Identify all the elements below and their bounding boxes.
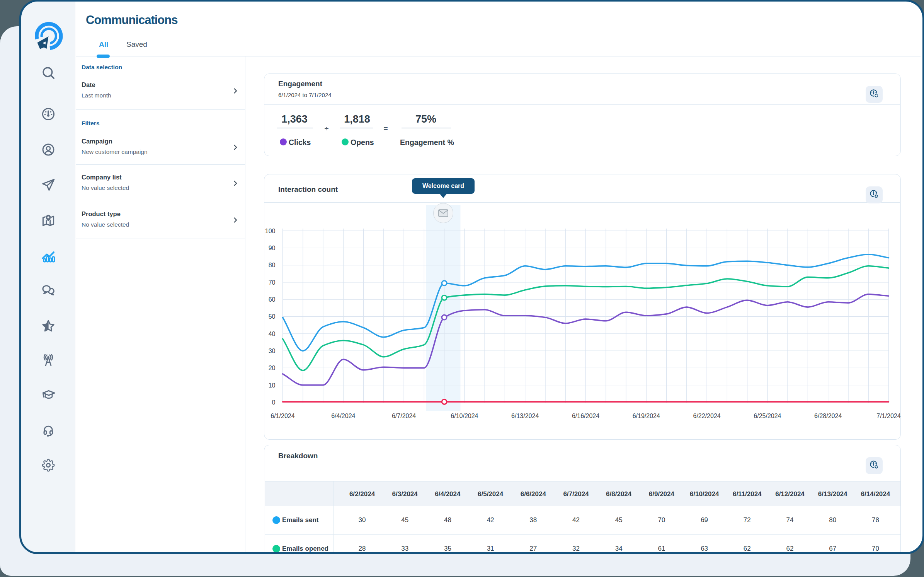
stat-label: Clicks <box>289 138 311 147</box>
table-column-header: 6/7/2024 <box>563 490 589 498</box>
stat-underline <box>402 128 451 128</box>
table-column-header: 6/5/2024 <box>478 490 503 498</box>
stat-operator: = <box>383 125 388 133</box>
y-tick-label: 90 <box>268 245 275 251</box>
y-tick-label: 20 <box>268 365 275 371</box>
filter-item-value: New customer campaign <box>82 149 148 155</box>
x-tick-label: 6/19/2024 <box>632 413 660 419</box>
x-tick-label: 6/1/2024 <box>271 413 294 419</box>
header-divider <box>76 56 921 57</box>
table-column-header: 6/8/2024 <box>606 490 631 498</box>
table-cell: 35 <box>444 545 451 553</box>
stat-value: 1,363 <box>281 113 308 125</box>
x-tick-label: 6/25/2024 <box>754 413 781 419</box>
tab-all[interactable]: All <box>99 40 108 49</box>
chart-marker[interactable] <box>442 295 447 300</box>
chart-marker[interactable] <box>442 281 447 286</box>
stat-underline <box>277 128 313 128</box>
table-cell: 69 <box>701 516 708 524</box>
table-border-vertical <box>334 481 334 554</box>
star-icon <box>41 319 56 333</box>
stat-label: Engagement % <box>400 138 454 147</box>
x-tick-label: 6/28/2024 <box>814 413 842 419</box>
dashboard-gauge-icon <box>41 107 56 121</box>
table-cell: 70 <box>658 516 665 524</box>
chat-bubbles-icon <box>41 283 56 298</box>
x-tick-label: 6/4/2024 <box>331 413 355 419</box>
tooltip-caret <box>439 193 447 198</box>
chevron-right-icon <box>232 87 239 94</box>
table-column-header: 6/2/2024 <box>349 490 375 498</box>
breakdown-add-to-dashboard-button[interactable] <box>866 457 883 474</box>
chart-marker[interactable] <box>442 399 447 405</box>
table-cell: 67 <box>829 545 836 553</box>
table-cell: 62 <box>786 545 794 553</box>
x-tick-label: 6/13/2024 <box>511 413 539 419</box>
gauge-plus-icon <box>869 189 879 201</box>
filter-divider <box>76 239 245 239</box>
chart-marker[interactable] <box>442 315 447 320</box>
table-cell: 42 <box>572 516 580 524</box>
y-tick-label: 30 <box>268 348 275 354</box>
table-column-header: 6/6/2024 <box>521 490 546 498</box>
sidebar-item-settings-gear[interactable] <box>41 458 56 473</box>
sidebar-item-headset[interactable] <box>41 423 56 438</box>
gauge-plus-icon <box>869 460 879 471</box>
sidebar-item-star[interactable] <box>41 319 56 333</box>
annotation-envelope-chip[interactable] <box>433 203 453 223</box>
sidebar-item-dashboard-gauge[interactable] <box>41 107 56 121</box>
table-border <box>265 506 900 506</box>
search-icon <box>41 65 56 80</box>
stat-value: 1,818 <box>344 113 370 125</box>
sidebar-item-analytics-chart[interactable] <box>41 249 56 263</box>
chart-highlight-band <box>426 205 460 411</box>
table-cell: 31 <box>487 545 494 553</box>
tab-saved[interactable]: Saved <box>126 40 147 49</box>
sidebar-item-broadcast-tower[interactable] <box>41 353 56 368</box>
interaction-count-title: Interaction count <box>278 185 338 194</box>
broadcast-tower-icon <box>41 353 56 368</box>
x-tick-label: 6/16/2024 <box>572 413 599 419</box>
y-tick-label: 100 <box>265 228 275 234</box>
table-column-header: 6/13/2024 <box>818 490 847 498</box>
filter-item-value: Last month <box>82 92 111 99</box>
filter-item-label: Campaign <box>82 138 112 145</box>
sidebar-item-map-pin[interactable] <box>41 213 56 228</box>
table-cell: 74 <box>786 516 794 524</box>
analytics-chart-icon <box>41 249 56 263</box>
table-cell: 34 <box>615 545 623 553</box>
x-tick-label: 6/22/2024 <box>693 413 720 419</box>
section-heading: Data selection <box>82 64 122 71</box>
engagement-header-divider <box>264 104 900 105</box>
stat-underline <box>340 128 373 128</box>
filter-divider <box>76 201 245 201</box>
y-tick-label: 0 <box>272 399 275 406</box>
sidebar-item-graduation-cap[interactable] <box>41 388 56 403</box>
sidebar-item-user[interactable] <box>41 142 56 157</box>
chevron-right-icon <box>232 144 239 151</box>
stat-dot <box>342 138 349 145</box>
page-title: Communications <box>86 13 177 27</box>
series-dot-emails-sent <box>272 516 280 524</box>
table-cell: 38 <box>529 516 537 524</box>
chart-annotation-tooltip: Welcome card <box>412 178 475 194</box>
chart-gridlines <box>282 229 888 403</box>
headset-icon <box>41 423 56 438</box>
sidebar-item-send[interactable] <box>41 178 56 192</box>
y-tick-label: 40 <box>268 331 275 337</box>
y-tick-label: 80 <box>268 262 275 268</box>
series-dot-emails-opened <box>272 545 280 553</box>
envelope-icon <box>438 209 448 217</box>
filter-item-label: Product type <box>82 210 121 218</box>
sidebar-item-chat-bubbles[interactable] <box>41 283 56 298</box>
sidebar-item-search[interactable] <box>41 65 56 80</box>
interaction-add-to-dashboard-button[interactable] <box>866 186 883 203</box>
table-cell: 27 <box>529 545 537 553</box>
table-cell: 78 <box>872 516 879 524</box>
table-cell: 30 <box>359 516 366 524</box>
stat-value: 75% <box>415 113 436 125</box>
table-column-header: 6/14/2024 <box>861 490 890 498</box>
app-logo[interactable] <box>27 15 73 62</box>
section-heading: Filters <box>82 120 100 127</box>
engagement-add-to-dashboard-button[interactable] <box>866 86 883 103</box>
